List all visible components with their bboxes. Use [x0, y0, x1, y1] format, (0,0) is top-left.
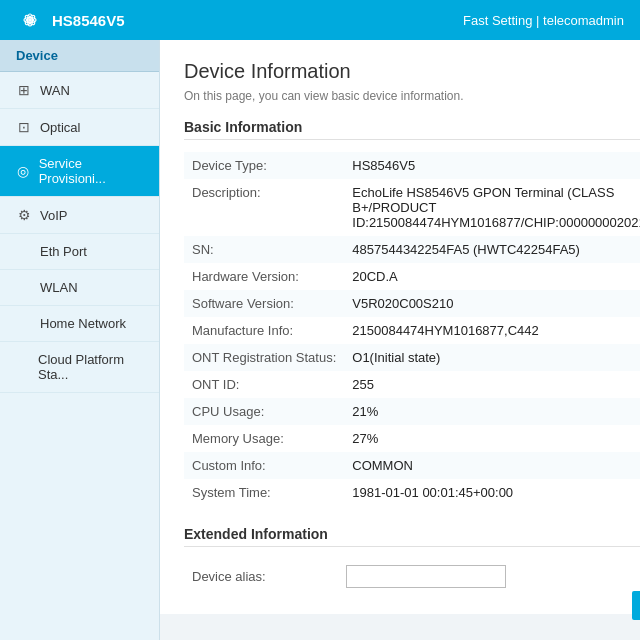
field-label: SN:	[184, 236, 344, 263]
field-label: CPU Usage:	[184, 398, 344, 425]
field-label: System Time:	[184, 479, 344, 506]
table-row: ONT ID:255	[184, 371, 640, 398]
service-icon: ◎	[16, 163, 31, 179]
table-row: System Time:1981-01-01 00:01:45+00:00	[184, 479, 640, 506]
header-nav: Fast Setting | telecomadmin	[463, 13, 624, 28]
table-row: SN:4857544342254FA5 (HWTC42254FA5)	[184, 236, 640, 263]
optical-icon: ⊡	[16, 119, 32, 135]
device-alias-row: Device alias:	[184, 559, 640, 594]
header: HS8546V5 Fast Setting | telecomadmin	[0, 0, 640, 40]
user-name: telecomadmin	[543, 13, 624, 28]
field-label: Description:	[184, 179, 344, 236]
sidebar-item-wan[interactable]: ⊞ WAN	[0, 72, 159, 109]
field-value: EchoLife HS8546V5 GPON Terminal (CLASS B…	[344, 179, 640, 236]
wan-icon: ⊞	[16, 82, 32, 98]
field-value: 1981-01-01 00:01:45+00:00	[344, 479, 640, 506]
device-alias-input[interactable]	[346, 565, 506, 588]
field-label: Device Type:	[184, 152, 344, 179]
field-value: V5R020C00S210	[344, 290, 640, 317]
table-row: Software Version:V5R020C00S210	[184, 290, 640, 317]
sidebar-item-home-network[interactable]: Home Network	[0, 306, 159, 342]
field-label: ONT ID:	[184, 371, 344, 398]
table-row: Hardware Version:20CD.A	[184, 263, 640, 290]
layout: Device ⊞ WAN ⊡ Optical ◎ Service Provisi…	[0, 40, 640, 640]
sidebar-item-cloud-platform[interactable]: Cloud Platform Sta...	[0, 342, 159, 393]
extended-info-section: Extended Information Device alias:	[184, 526, 640, 594]
main-wrapper: Device Information On this page, you can…	[160, 40, 640, 640]
table-row: ONT Registration Status:O1(Initial state…	[184, 344, 640, 371]
svg-point-4	[28, 18, 32, 22]
sidebar-item-voip[interactable]: ⚙ VoIP	[0, 197, 159, 234]
basic-info-table: Device Type:HS8546V5Description:EchoLife…	[184, 152, 640, 506]
huawei-logo-icon	[16, 6, 44, 34]
field-value: O1(Initial state)	[344, 344, 640, 371]
extended-section-title: Extended Information	[184, 526, 640, 547]
field-label: Custom Info:	[184, 452, 344, 479]
nav-separator: |	[536, 13, 539, 28]
sidebar-item-service-provision[interactable]: ◎ Service Provisioni...	[0, 146, 159, 197]
field-value: 20CD.A	[344, 263, 640, 290]
field-value: 4857544342254FA5 (HWTC42254FA5)	[344, 236, 640, 263]
field-label: ONT Registration Status:	[184, 344, 344, 371]
field-label: Manufacture Info:	[184, 317, 344, 344]
table-row: Memory Usage:27%	[184, 425, 640, 452]
device-alias-label: Device alias:	[192, 569, 334, 584]
table-row: Description:EchoLife HS8546V5 GPON Termi…	[184, 179, 640, 236]
main-content: Device Information On this page, you can…	[160, 40, 640, 614]
field-label: Software Version:	[184, 290, 344, 317]
field-label: Memory Usage:	[184, 425, 344, 452]
apply-button[interactable]: App	[632, 591, 640, 620]
field-value: 21%	[344, 398, 640, 425]
fast-setting-link[interactable]: Fast Setting	[463, 13, 532, 28]
page-description: On this page, you can view basic device …	[184, 89, 640, 103]
sidebar-device-header: Device	[0, 40, 159, 72]
table-row: Manufacture Info:2150084474HYM1016877,C4…	[184, 317, 640, 344]
field-label: Hardware Version:	[184, 263, 344, 290]
field-value: COMMON	[344, 452, 640, 479]
sidebar: Device ⊞ WAN ⊡ Optical ◎ Service Provisi…	[0, 40, 160, 640]
sidebar-item-wlan[interactable]: WLAN	[0, 270, 159, 306]
table-row: CPU Usage:21%	[184, 398, 640, 425]
field-value: 2150084474HYM1016877,C442	[344, 317, 640, 344]
logo-area: HS8546V5	[16, 6, 125, 34]
table-row: Custom Info:COMMON	[184, 452, 640, 479]
field-value: 27%	[344, 425, 640, 452]
sidebar-item-eth-port[interactable]: Eth Port	[0, 234, 159, 270]
voip-icon: ⚙	[16, 207, 32, 223]
sidebar-item-optical[interactable]: ⊡ Optical	[0, 109, 159, 146]
field-value: 255	[344, 371, 640, 398]
table-row: Device Type:HS8546V5	[184, 152, 640, 179]
header-title: HS8546V5	[52, 12, 125, 29]
basic-info-section-title: Basic Information	[184, 119, 640, 140]
page-title: Device Information	[184, 60, 640, 83]
field-value: HS8546V5	[344, 152, 640, 179]
